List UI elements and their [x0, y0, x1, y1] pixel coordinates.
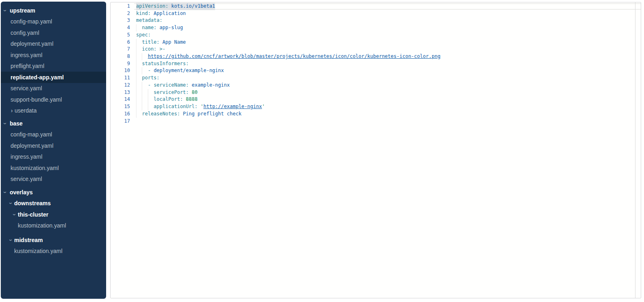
code-token: serviceName: — [154, 82, 189, 88]
sidebar-item-folder-overlays[interactable]: ›overlays — [1, 187, 106, 198]
url-link[interactable]: https://github.com/cncf/artwork/blob/mas… — [148, 53, 440, 59]
code-token: localPort: — [154, 96, 183, 102]
code-line-9[interactable]: 9 statusInformers: — [111, 60, 641, 68]
indent-guide — [136, 111, 136, 118]
code-line-13[interactable]: 13 servicePort: 80 — [111, 89, 641, 96]
chevron-down-icon[interactable]: › — [11, 213, 18, 217]
file-label: ingress.yaml — [11, 153, 43, 160]
code-token — [180, 111, 183, 117]
code-line-11[interactable]: 11 ports: — [111, 74, 641, 82]
code-line-1[interactable]: 1apiVersion: kots.io/v1beta1 — [111, 3, 641, 10]
code-token: spec: — [136, 32, 151, 38]
code-token: icon: — [142, 46, 156, 52]
code-line-17[interactable]: 17 — [111, 118, 641, 125]
code-token: app-slug — [160, 25, 183, 30]
indent-guide — [136, 24, 136, 32]
sidebar-item-folder-base[interactable]: ›base — [1, 118, 106, 129]
indent-guide — [142, 67, 142, 74]
editor-scrollbar-track[interactable] — [635, 2, 641, 298]
indent-guide — [136, 103, 136, 111]
code-token: ' — [262, 104, 265, 109]
chevron-down-icon[interactable]: › — [2, 190, 9, 194]
code-token: 80 — [192, 89, 197, 95]
sidebar-item-folder-this-cluster[interactable]: ›this-cluster — [1, 209, 106, 220]
code-token: example-nginx — [192, 82, 230, 88]
sidebar-item-file-kustomization-yaml[interactable]: kustomization.yaml — [1, 246, 106, 257]
chevron-down-icon[interactable]: › — [2, 121, 9, 125]
code-line-4[interactable]: 4 name: app-slug — [111, 24, 641, 32]
file-tree-editor-page: ›upstreamconfig-map.yamlconfig.yamldeplo… — [0, 0, 644, 302]
indent-guide — [136, 53, 136, 60]
code-line-3[interactable]: 3metadata: — [111, 17, 641, 24]
folder-label: this-cluster — [18, 211, 48, 218]
line-number: 9 — [111, 60, 130, 68]
sidebar-item-file-replicated-app-yaml[interactable]: replicated-app.yaml — [1, 72, 106, 83]
sidebar-item-file-service-yaml[interactable]: service.yaml — [1, 174, 106, 185]
code-line-5[interactable]: 5spec: — [111, 32, 641, 39]
code-content: 1apiVersion: kots.io/v1beta12kind: Appli… — [111, 2, 641, 125]
chevron-right-icon[interactable]: › — [10, 107, 14, 114]
line-number: 17 — [111, 118, 130, 125]
code-token: applicationUrl: — [154, 104, 197, 109]
file-label: config-map.yaml — [11, 131, 52, 138]
indent-guide — [136, 39, 136, 46]
code-line-15[interactable]: 15 applicationUrl: 'http://example-nginx… — [111, 103, 641, 111]
code-token: apiVersion: — [136, 3, 168, 9]
sidebar-item-file-deployment-yaml[interactable]: deployment.yaml — [1, 140, 106, 151]
folder-label: downstreams — [14, 200, 51, 206]
folder-label: userdata — [15, 107, 36, 114]
sidebar-item-file-deployment-yaml[interactable]: deployment.yaml — [1, 38, 106, 50]
sidebar-item-file-config-map-yaml[interactable]: config-map.yaml — [1, 16, 106, 28]
code-line-14[interactable]: 14 localPort: 8888 — [111, 96, 641, 103]
sidebar-item-file-service-yaml[interactable]: service.yaml — [1, 83, 106, 94]
indent-guide — [136, 60, 136, 68]
sidebar-item-file-config-yaml[interactable]: config.yaml — [1, 27, 106, 38]
sidebar-item-file-ingress-yaml[interactable]: ingress.yaml — [1, 151, 106, 163]
file-label: config.yaml — [11, 30, 39, 36]
sidebar-item-file-kustomization-yaml[interactable]: kustomization.yaml — [1, 162, 106, 174]
chevron-down-icon[interactable]: › — [7, 201, 15, 205]
code-token — [157, 25, 160, 30]
sidebar-item-file-support-bundle-yaml[interactable]: support-bundle.yaml — [1, 94, 106, 105]
sidebar-item-file-config-map-yaml[interactable]: config-map.yaml — [1, 129, 106, 140]
folder-label: upstream — [10, 7, 35, 14]
code-token — [157, 46, 160, 52]
sidebar-item-folder-userdata[interactable]: ›userdata — [1, 105, 106, 117]
line-number: 10 — [111, 67, 130, 74]
indent-guide — [136, 74, 136, 82]
indent-guide — [148, 96, 148, 103]
code-line-7[interactable]: 7 icon: >- — [111, 46, 641, 53]
sidebar-item-file-ingress-yaml[interactable]: ingress.yaml — [1, 49, 106, 61]
sidebar-item-file-preflight-yaml[interactable]: preflight.yaml — [1, 61, 106, 72]
sidebar-item-folder-downstreams[interactable]: ›downstreams — [1, 198, 106, 209]
chevron-down-icon[interactable]: › — [7, 238, 15, 242]
code-token — [183, 96, 186, 102]
folder-label: overlays — [10, 189, 33, 196]
file-label: config-map.yaml — [11, 18, 52, 25]
code-token: 8888 — [186, 96, 198, 102]
code-line-2[interactable]: 2kind: Application — [111, 10, 641, 17]
code-line-6[interactable]: 6 title: App Name — [111, 39, 641, 46]
indent-guide — [142, 82, 142, 89]
line-number: 8 — [111, 53, 130, 60]
folder-label: base — [10, 120, 23, 127]
line-number: 1 — [111, 3, 130, 10]
code-token: >- — [160, 46, 165, 52]
indent-guide — [136, 46, 136, 53]
code-token: servicePort: — [154, 89, 189, 95]
code-line-16[interactable]: 16 releaseNotes: Ping preflight check — [111, 111, 641, 118]
code-token: name: — [142, 25, 156, 30]
code-line-8[interactable]: 8 https://github.com/cncf/artwork/blob/m… — [111, 53, 641, 60]
sidebar-item-file-kustomization-yaml[interactable]: kustomization.yaml — [1, 220, 106, 232]
indent-guide — [136, 67, 136, 74]
chevron-down-icon[interactable]: › — [2, 9, 9, 13]
code-line-12[interactable]: 12 - serviceName: example-nginx — [111, 82, 641, 89]
code-token: kots.io/v1beta1 — [171, 3, 215, 9]
line-number: 4 — [111, 24, 130, 32]
code-token: statusInformers: — [142, 61, 189, 66]
url-link[interactable]: http://example-nginx — [203, 104, 262, 109]
sidebar-item-folder-midstream[interactable]: ›midstream — [1, 234, 106, 246]
sidebar-item-folder-upstream[interactable]: ›upstream — [1, 5, 106, 16]
code-line-10[interactable]: 10 - deployment/example-nginx — [111, 67, 641, 74]
line-number: 13 — [111, 89, 130, 96]
